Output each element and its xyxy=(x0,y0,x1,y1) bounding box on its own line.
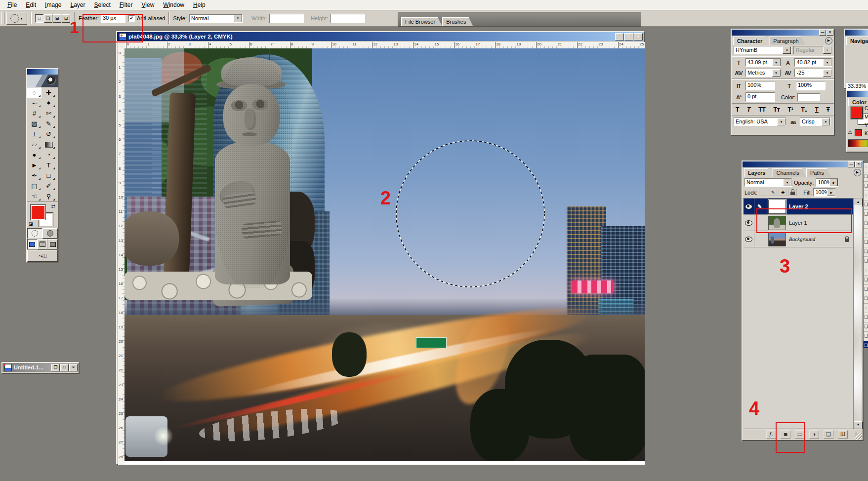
document-title-bar[interactable]: pla04048.jpg @ 33,3% (Layer 2, CMYK) _ □… xyxy=(117,32,644,41)
blend-mode-dropdown[interactable]: Normal▼ xyxy=(744,178,792,187)
standard-mode-button[interactable] xyxy=(27,228,42,239)
close-button[interactable]: × xyxy=(634,33,643,40)
subscript-button[interactable]: T₁ xyxy=(801,106,807,113)
type-tool[interactable]: T xyxy=(41,160,56,170)
tab-layers[interactable]: Layers xyxy=(744,168,772,177)
resize-grip[interactable] xyxy=(855,433,862,440)
add-to-selection-mode-button[interactable]: ❏ xyxy=(44,14,52,23)
fullscreen-button[interactable] xyxy=(47,239,58,249)
slice-tool[interactable]: ✄ xyxy=(41,108,56,119)
gamut-color-swatch[interactable] xyxy=(855,129,862,136)
cutoff-palette-row[interactable]: ◌ xyxy=(864,191,868,200)
menu-layer[interactable]: Layer xyxy=(66,0,89,9)
cutoff-palette-row[interactable]: ❏ xyxy=(864,219,868,229)
menu-edit[interactable]: Edit xyxy=(21,0,41,9)
minimize-button[interactable]: — xyxy=(848,161,855,167)
antialias-dropdown[interactable]: Crisp▼ xyxy=(800,118,830,126)
tab-file-browser[interactable]: File Browser xyxy=(401,17,442,26)
superscript-button[interactable]: T¹ xyxy=(787,106,793,113)
intersect-selection-mode-button[interactable]: ⊡ xyxy=(62,14,70,23)
language-dropdown[interactable]: English: USA▼ xyxy=(734,118,786,126)
opacity-input[interactable]: 100%▶ xyxy=(816,178,838,187)
cutoff-palette-row[interactable]: ◌ xyxy=(864,163,868,172)
baseline-shift-input[interactable]: 0 pt xyxy=(745,92,775,102)
restore-button[interactable]: ❐ xyxy=(51,364,60,371)
menu-select[interactable]: Select xyxy=(89,0,115,9)
layer-style-button[interactable]: ƒ. xyxy=(766,430,776,439)
palette-title-bar[interactable] xyxy=(845,30,868,36)
tool-preset-picker[interactable]: ▼ xyxy=(6,12,27,25)
link-cell[interactable] xyxy=(754,231,765,247)
path-selection-tool[interactable]: ► xyxy=(27,160,41,170)
palette-title-bar[interactable]: — × xyxy=(743,161,863,167)
elliptical-marquee-tool[interactable]: ◌ xyxy=(27,87,41,98)
options-bar-grip[interactable] xyxy=(1,12,4,24)
scrollbar-track[interactable] xyxy=(854,205,862,422)
jump-to-imageready-button[interactable]: ⤳◫ xyxy=(27,250,58,262)
kerning-dropdown[interactable]: Metrics▼ xyxy=(745,69,781,77)
tab-color[interactable]: Color xyxy=(848,98,868,106)
magic-wand-tool[interactable]: ✶ xyxy=(41,98,56,108)
menu-help[interactable]: Help xyxy=(189,0,210,9)
layer-thumbnail[interactable] xyxy=(768,232,786,246)
cutoff-palette-row[interactable]: ◌ xyxy=(864,304,868,313)
default-colors-icon[interactable]: ◪ xyxy=(29,221,33,226)
italic-button[interactable]: T xyxy=(747,106,750,113)
lock-all-icon[interactable] xyxy=(788,189,797,196)
foreground-color-swatch[interactable] xyxy=(31,205,45,220)
lasso-tool[interactable]: ∽ xyxy=(27,98,41,108)
width-input[interactable] xyxy=(269,14,304,23)
cutoff-palette-row[interactable]: ❏ xyxy=(864,210,868,219)
small-caps-button[interactable]: Tᴛ xyxy=(774,106,780,113)
palette-menu-icon[interactable]: ▶ xyxy=(825,37,832,44)
visibility-toggle[interactable] xyxy=(744,199,754,214)
vertical-ruler[interactable]: 0123456789101112131415161718192021222324… xyxy=(118,48,125,465)
canvas[interactable] xyxy=(124,48,645,465)
cutoff-palette-row[interactable]: ❏ xyxy=(864,257,868,266)
untitled-title-bar[interactable]: Untitled-1... ❐ □ × xyxy=(2,363,79,372)
color-spectrum-ramp[interactable] xyxy=(848,139,868,147)
height-input[interactable] xyxy=(331,14,365,23)
cutoff-palette-row[interactable]: ❏ xyxy=(864,341,868,348)
shape-tool[interactable]: □ xyxy=(41,170,56,181)
eyedropper-tool[interactable]: ✐ xyxy=(41,181,56,191)
move-tool[interactable]: ✚ xyxy=(41,87,56,98)
lock-position-icon[interactable]: ✚ xyxy=(779,189,787,196)
layer-name[interactable]: Background xyxy=(789,236,845,242)
cutoff-palette-row[interactable]: ❏ xyxy=(864,294,868,304)
minimize-button[interactable]: _ xyxy=(615,33,624,40)
palette-menu-icon[interactable]: ▶ xyxy=(854,169,861,176)
visibility-toggle[interactable] xyxy=(744,215,754,231)
zoom-tool[interactable]: ⚲ xyxy=(41,191,56,201)
foreground-color-swatch[interactable] xyxy=(851,107,863,119)
maximize-button[interactable]: □ xyxy=(624,33,633,40)
cutoff-palette-row[interactable]: ❏ xyxy=(864,313,868,322)
lock-image-icon[interactable]: ✎ xyxy=(769,189,777,196)
cutoff-palette-row[interactable]: ◌ xyxy=(864,266,868,276)
cutoff-palette-row[interactable]: ❏ xyxy=(864,238,868,247)
leading-dropdown[interactable]: 40.82 pt▼ xyxy=(794,58,832,67)
cutoff-palette-row[interactable]: ❏ xyxy=(864,200,868,210)
maximize-button[interactable]: □ xyxy=(60,364,69,371)
fill-input[interactable]: 100%▶ xyxy=(813,188,836,197)
crop-tool[interactable]: # xyxy=(27,108,41,119)
toolbox-title-bar[interactable] xyxy=(27,69,58,75)
fullscreen-menu-button[interactable] xyxy=(38,239,48,249)
scroll-down-button[interactable]: ▼ xyxy=(854,421,863,429)
tab-paths[interactable]: Paths xyxy=(806,168,831,177)
visibility-toggle[interactable] xyxy=(744,231,754,247)
horizontal-scale-input[interactable]: 100% xyxy=(796,81,826,90)
style-dropdown[interactable]: Normal ▼ xyxy=(189,14,243,23)
text-color-swatch[interactable] xyxy=(797,93,820,101)
notes-tool[interactable]: ▤ xyxy=(27,181,41,191)
quick-mask-mode-button[interactable] xyxy=(42,228,58,239)
subtract-from-selection-mode-button[interactable]: ⊟ xyxy=(53,14,61,23)
menu-image[interactable]: Image xyxy=(41,0,66,9)
dodge-tool[interactable]: ◔ xyxy=(41,150,56,160)
swap-colors-icon[interactable]: ⇄ xyxy=(51,203,55,209)
font-size-dropdown[interactable]: 43.09 pt▼ xyxy=(745,58,781,67)
cutoff-palette-row[interactable]: ❏ xyxy=(864,172,868,182)
font-family-dropdown[interactable]: HYnamB▼ xyxy=(734,46,791,54)
cutoff-palette-row[interactable]: ❏ xyxy=(864,247,868,257)
blur-tool[interactable]: ● xyxy=(27,150,41,160)
